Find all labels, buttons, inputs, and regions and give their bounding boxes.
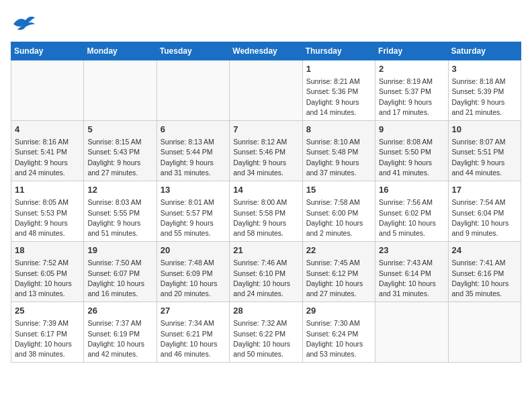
day-of-week-header: Friday — [375, 42, 448, 60]
calendar-cell: 13Sunrise: 8:01 AM Sunset: 5:57 PM Dayli… — [157, 181, 229, 242]
calendar-cell — [84, 60, 157, 121]
page-header — [11, 11, 521, 36]
day-number: 8 — [306, 124, 371, 136]
calendar-cell: 29Sunrise: 7:30 AM Sunset: 6:24 PM Dayli… — [302, 302, 375, 363]
calendar-cell: 5Sunrise: 8:15 AM Sunset: 5:43 PM Daylig… — [84, 121, 157, 181]
day-number: 10 — [452, 124, 517, 136]
day-number: 7 — [233, 124, 298, 136]
day-info: Sunrise: 7:56 AM Sunset: 6:02 PM Dayligh… — [379, 197, 444, 238]
day-of-week-header: Thursday — [302, 42, 375, 60]
day-of-week-header: Tuesday — [157, 42, 229, 60]
day-number: 11 — [15, 184, 80, 196]
calendar-cell: 1Sunrise: 8:21 AM Sunset: 5:36 PM Daylig… — [302, 60, 375, 121]
calendar-cell: 14Sunrise: 8:00 AM Sunset: 5:58 PM Dayli… — [230, 181, 302, 242]
day-number: 25 — [15, 305, 80, 317]
logo-icon — [11, 11, 36, 36]
day-info: Sunrise: 7:39 AM Sunset: 6:17 PM Dayligh… — [15, 318, 80, 359]
day-info: Sunrise: 7:45 AM Sunset: 6:12 PM Dayligh… — [306, 258, 371, 299]
day-info: Sunrise: 7:37 AM Sunset: 6:19 PM Dayligh… — [87, 318, 152, 359]
calendar-cell: 16Sunrise: 7:56 AM Sunset: 6:02 PM Dayli… — [375, 181, 448, 242]
day-number: 2 — [379, 63, 444, 75]
day-number: 28 — [233, 305, 298, 317]
calendar-cell: 23Sunrise: 7:43 AM Sunset: 6:14 PM Dayli… — [375, 242, 448, 302]
calendar-header: SundayMondayTuesdayWednesdayThursdayFrid… — [11, 42, 521, 60]
calendar-cell: 25Sunrise: 7:39 AM Sunset: 6:17 PM Dayli… — [11, 302, 84, 363]
day-info: Sunrise: 8:18 AM Sunset: 5:39 PM Dayligh… — [452, 77, 517, 118]
calendar-cell: 6Sunrise: 8:13 AM Sunset: 5:44 PM Daylig… — [157, 121, 229, 181]
day-number: 16 — [379, 184, 444, 196]
day-info: Sunrise: 7:50 AM Sunset: 6:07 PM Dayligh… — [87, 258, 152, 299]
day-number: 18 — [15, 244, 80, 257]
day-number: 15 — [306, 184, 371, 196]
day-info: Sunrise: 8:16 AM Sunset: 5:41 PM Dayligh… — [15, 137, 80, 178]
day-info: Sunrise: 8:19 AM Sunset: 5:37 PM Dayligh… — [379, 77, 444, 118]
day-info: Sunrise: 8:03 AM Sunset: 5:55 PM Dayligh… — [87, 197, 152, 238]
calendar-cell — [230, 60, 302, 121]
day-number: 4 — [15, 124, 80, 136]
day-info: Sunrise: 8:12 AM Sunset: 5:46 PM Dayligh… — [233, 137, 298, 178]
day-info: Sunrise: 8:00 AM Sunset: 5:58 PM Dayligh… — [233, 197, 298, 238]
calendar-table: SundayMondayTuesdayWednesdayThursdayFrid… — [11, 42, 521, 363]
calendar-cell: 9Sunrise: 8:08 AM Sunset: 5:50 PM Daylig… — [375, 121, 448, 181]
day-number: 1 — [306, 63, 371, 75]
day-info: Sunrise: 7:54 AM Sunset: 6:04 PM Dayligh… — [452, 197, 517, 238]
day-info: Sunrise: 8:10 AM Sunset: 5:48 PM Dayligh… — [306, 137, 371, 178]
day-number: 23 — [379, 244, 444, 257]
day-of-week-header: Saturday — [448, 42, 521, 60]
day-number: 14 — [233, 184, 298, 196]
calendar-cell: 12Sunrise: 8:03 AM Sunset: 5:55 PM Dayli… — [84, 181, 157, 242]
calendar-cell: 19Sunrise: 7:50 AM Sunset: 6:07 PM Dayli… — [84, 242, 157, 302]
day-number: 3 — [452, 63, 517, 75]
day-info: Sunrise: 7:32 AM Sunset: 6:22 PM Dayligh… — [233, 318, 298, 359]
calendar-cell: 7Sunrise: 8:12 AM Sunset: 5:46 PM Daylig… — [230, 121, 302, 181]
day-info: Sunrise: 7:34 AM Sunset: 6:21 PM Dayligh… — [161, 318, 226, 359]
calendar-week-row: 25Sunrise: 7:39 AM Sunset: 6:17 PM Dayli… — [11, 302, 521, 363]
day-number: 21 — [233, 244, 298, 257]
day-info: Sunrise: 8:13 AM Sunset: 5:44 PM Dayligh… — [161, 137, 226, 178]
calendar-cell: 3Sunrise: 8:18 AM Sunset: 5:39 PM Daylig… — [448, 60, 521, 121]
calendar-cell: 10Sunrise: 8:07 AM Sunset: 5:51 PM Dayli… — [448, 121, 521, 181]
calendar-cell: 4Sunrise: 8:16 AM Sunset: 5:41 PM Daylig… — [11, 121, 84, 181]
day-info: Sunrise: 8:15 AM Sunset: 5:43 PM Dayligh… — [87, 137, 152, 178]
day-number: 13 — [161, 184, 226, 196]
day-number: 26 — [87, 305, 152, 317]
day-info: Sunrise: 7:48 AM Sunset: 6:09 PM Dayligh… — [161, 258, 226, 299]
day-number: 24 — [452, 244, 517, 257]
calendar-cell — [375, 302, 448, 363]
calendar-cell: 24Sunrise: 7:41 AM Sunset: 6:16 PM Dayli… — [448, 242, 521, 302]
calendar-cell: 21Sunrise: 7:46 AM Sunset: 6:10 PM Dayli… — [230, 242, 302, 302]
calendar-week-row: 1Sunrise: 8:21 AM Sunset: 5:36 PM Daylig… — [11, 60, 521, 121]
calendar-cell: 20Sunrise: 7:48 AM Sunset: 6:09 PM Dayli… — [157, 242, 229, 302]
calendar-cell: 28Sunrise: 7:32 AM Sunset: 6:22 PM Dayli… — [230, 302, 302, 363]
calendar-cell: 11Sunrise: 8:05 AM Sunset: 5:53 PM Dayli… — [11, 181, 84, 242]
day-info: Sunrise: 8:07 AM Sunset: 5:51 PM Dayligh… — [452, 137, 517, 178]
day-number: 20 — [161, 244, 226, 257]
calendar-week-row: 18Sunrise: 7:52 AM Sunset: 6:05 PM Dayli… — [11, 242, 521, 302]
header-row: SundayMondayTuesdayWednesdayThursdayFrid… — [11, 42, 521, 60]
calendar-week-row: 4Sunrise: 8:16 AM Sunset: 5:41 PM Daylig… — [11, 121, 521, 181]
calendar-cell — [11, 60, 84, 121]
day-info: Sunrise: 7:52 AM Sunset: 6:05 PM Dayligh… — [15, 258, 80, 299]
day-info: Sunrise: 8:01 AM Sunset: 5:57 PM Dayligh… — [161, 197, 226, 238]
day-info: Sunrise: 8:21 AM Sunset: 5:36 PM Dayligh… — [306, 77, 371, 118]
day-info: Sunrise: 7:41 AM Sunset: 6:16 PM Dayligh… — [452, 258, 517, 299]
calendar-week-row: 11Sunrise: 8:05 AM Sunset: 5:53 PM Dayli… — [11, 181, 521, 242]
day-of-week-header: Wednesday — [230, 42, 302, 60]
calendar-cell — [157, 60, 229, 121]
calendar-body: 1Sunrise: 8:21 AM Sunset: 5:36 PM Daylig… — [11, 60, 521, 363]
day-number: 17 — [452, 184, 517, 196]
day-number: 12 — [87, 184, 152, 196]
calendar-cell: 22Sunrise: 7:45 AM Sunset: 6:12 PM Dayli… — [302, 242, 375, 302]
day-number: 6 — [161, 124, 226, 136]
calendar-cell: 8Sunrise: 8:10 AM Sunset: 5:48 PM Daylig… — [302, 121, 375, 181]
day-info: Sunrise: 7:30 AM Sunset: 6:24 PM Dayligh… — [306, 318, 371, 359]
day-number: 29 — [306, 305, 371, 317]
calendar-cell: 17Sunrise: 7:54 AM Sunset: 6:04 PM Dayli… — [448, 181, 521, 242]
day-of-week-header: Sunday — [11, 42, 84, 60]
calendar-cell: 18Sunrise: 7:52 AM Sunset: 6:05 PM Dayli… — [11, 242, 84, 302]
day-info: Sunrise: 8:08 AM Sunset: 5:50 PM Dayligh… — [379, 137, 444, 178]
day-number: 27 — [161, 305, 226, 317]
day-number: 9 — [379, 124, 444, 136]
day-info: Sunrise: 7:43 AM Sunset: 6:14 PM Dayligh… — [379, 258, 444, 299]
day-number: 5 — [87, 124, 152, 136]
